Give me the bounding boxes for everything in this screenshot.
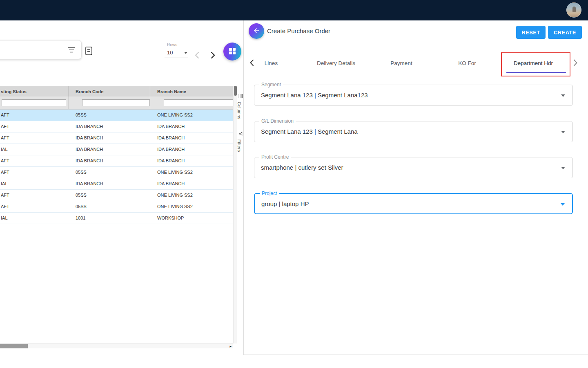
cell-posting-status: AFT [0,132,69,144]
vertical-scrollbar-thumb[interactable] [234,86,237,96]
top-navbar [0,0,588,20]
vertical-scrollbar [233,86,237,343]
cell-posting-status: AFT [0,121,69,132]
cell-branch-name: IDA BRANCH [150,132,234,144]
horizontal-scrollbar-thumb[interactable] [0,344,28,348]
cell-branch-name: ONE LIVING SS2 [150,110,234,121]
cell-posting-status: IAL [0,144,69,155]
orders-table: sting Status Branch Code Branch Name AFT… [0,86,234,224]
cell-branch-code: 05SS [69,190,150,201]
cell-posting-status: AFT [0,155,69,166]
column-header-branch-code[interactable]: Branch Code [69,86,150,96]
create-purchase-order-panel: Create Purchase Order RESET CREATE Lines… [244,20,588,355]
cell-branch-code: 05SS [69,167,150,178]
dropdown-caret-icon [561,167,565,169]
create-button[interactable]: CREATE [548,26,582,39]
table-row[interactable]: IAL 1001 WORKSHOP [0,213,234,224]
field-profit-centre[interactable]: Profit Centre smartphone | cutlery set S… [254,157,573,178]
horizontal-scrollbar: ▸ [0,343,233,348]
scroll-right-arrow-icon[interactable]: ▸ [229,344,232,349]
table-row[interactable]: IAL IDA BRANCH IDA BRANCH [0,178,234,190]
cell-branch-code: IDA BRANCH [69,144,150,155]
field-value: group | laptop HP [261,194,309,214]
filter-input-branch-code[interactable] [82,99,150,106]
orders-list-panel: Rows 10 sting Status Branch Code Branch … [0,20,244,355]
filter-list-icon[interactable] [68,47,75,53]
field-value: Segment Lana 123 | Segment Lana [261,121,358,142]
tab-lines[interactable]: Lines [247,58,296,69]
user-avatar[interactable] [566,2,581,18]
cell-posting-status: AFT [0,201,69,212]
previous-page-button[interactable] [195,52,200,59]
field-value: smartphone | cutlery set Silver [261,157,343,178]
grid-view-button[interactable] [223,43,241,61]
tab-ko-for[interactable]: KO For [443,58,492,69]
cell-branch-name: ONE LIVING SS2 [150,190,234,201]
rows-per-page-value: 10 [167,49,173,56]
rows-per-page-select[interactable]: 10 [165,48,188,58]
cell-branch-name: ONE LIVING SS2 [150,201,234,212]
side-tab-filters[interactable]: Filters [237,130,244,152]
arrow-back-icon [253,27,260,36]
cell-branch-code: 05SS [69,110,150,121]
dropdown-caret-icon [561,94,565,97]
cell-posting-status: AFT [0,190,69,201]
duplicate-view-icon[interactable] [84,46,94,56]
cell-branch-name: IDA BRANCH [150,155,234,166]
filter-input-posting-status[interactable] [2,99,66,106]
next-page-button[interactable] [211,52,216,59]
field-value: Segment Lana 123 | Segment Lana123 [261,85,368,105]
dropdown-caret-icon [561,203,565,206]
cell-posting-status: IAL [0,178,69,189]
table-row[interactable]: AFT 05SS ONE LIVING SS2 [0,201,234,213]
back-button[interactable] [249,23,264,39]
field-project[interactable]: Project group | laptop HP [254,193,573,214]
tab-department-hdr[interactable]: Department Hdr [501,58,566,69]
tab-delivery-details[interactable]: Delivery Details [303,58,369,69]
side-tab-columns-label: Columns [237,102,241,119]
filter-input-branch-name[interactable] [164,99,234,106]
cell-branch-code: IDA BRANCH [69,155,150,166]
search-box [0,40,82,59]
table-row[interactable]: AFT 05SS ONE LIVING SS2 [0,190,234,201]
reset-button[interactable]: RESET [516,26,546,39]
grid-icon [229,47,236,56]
cell-branch-code: 05SS [69,201,150,212]
table-row[interactable]: AFT IDA BRANCH IDA BRANCH [0,132,234,144]
table-row[interactable]: AFT 05SS ONE LIVING SS2 [0,110,234,121]
cell-branch-code: IDA BRANCH [69,178,150,189]
cell-posting-status: AFT [0,110,69,121]
field-gl-dimension[interactable]: G/L Dimension Segment Lana 123 | Segment… [254,121,573,142]
cell-branch-name: IDA BRANCH [150,144,234,155]
cell-branch-code: IDA BRANCH [69,121,150,132]
column-header-branch-name[interactable]: Branch Name [150,86,234,96]
tab-payment[interactable]: Payment [377,58,426,69]
tabs-scroll-right-icon[interactable] [573,59,578,67]
rows-label: Rows [165,43,188,47]
cell-posting-status: IAL [0,213,69,224]
table-row[interactable]: AFT 05SS ONE LIVING SS2 [0,167,234,178]
filter-cell [150,96,234,110]
table-filter-row [0,96,234,110]
field-segment[interactable]: Segment Segment Lana 123 | Segment Lana1… [254,85,573,106]
column-header-posting-status[interactable]: sting Status [0,86,69,96]
cell-posting-status: AFT [0,167,69,178]
table-row[interactable]: AFT IDA BRANCH IDA BRANCH [0,121,234,132]
funnel-icon [237,132,244,136]
filter-cell [0,96,69,110]
app-screen: Rows 10 sting Status Branch Code Branch … [0,0,588,368]
cell-branch-name: WORKSHOP [150,213,234,224]
side-tab-filters-label: Filters [237,139,241,152]
rows-per-page: Rows 10 [165,43,188,58]
active-tab-indicator [506,72,566,73]
search-input[interactable] [0,41,66,58]
table-row[interactable]: IAL IDA BRANCH IDA BRANCH [0,144,234,155]
cell-branch-name: IDA BRANCH [150,121,234,132]
cell-branch-name: ONE LIVING SS2 [150,167,234,178]
cell-branch-code: 1001 [69,213,150,224]
cell-branch-code: IDA BRANCH [69,132,150,144]
columns-icon [238,92,243,99]
dropdown-caret-icon [561,131,565,133]
side-tab-columns[interactable]: Columns [237,92,244,119]
table-row[interactable]: AFT IDA BRANCH IDA BRANCH [0,155,234,167]
